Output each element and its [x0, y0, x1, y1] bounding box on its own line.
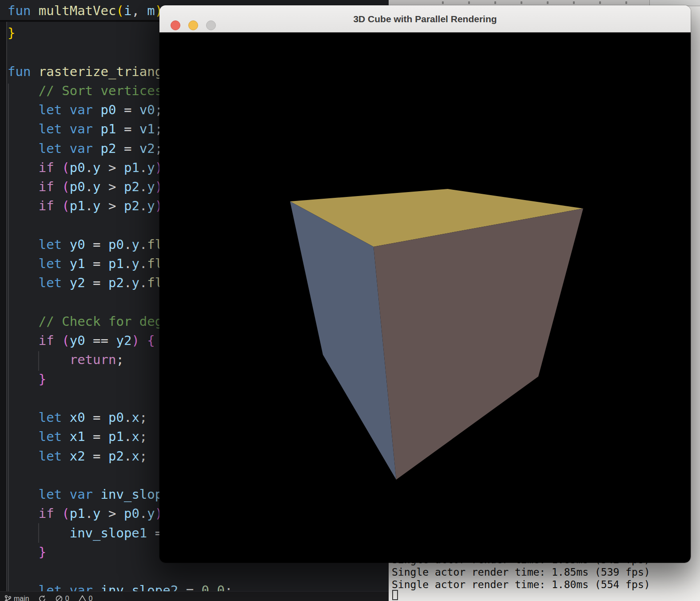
- code-token: y: [131, 256, 139, 271]
- code-token: [8, 429, 39, 444]
- code-token: =: [124, 121, 131, 136]
- window-title: 3D Cube with Parallel Rendering: [159, 5, 691, 32]
- code-token: inv_slope1: [70, 525, 147, 541]
- code-token: [93, 121, 100, 136]
- code-token: p1: [70, 198, 85, 213]
- warnings-icon: [78, 595, 87, 601]
- code-token: v1: [139, 121, 155, 136]
- close-button[interactable]: [171, 20, 180, 30]
- code-token: [116, 160, 124, 175]
- code-line[interactable]: [0, 562, 391, 581]
- code-token: y2: [70, 275, 85, 290]
- code-token: y: [147, 198, 155, 213]
- code-token: var: [70, 102, 93, 117]
- code-token: [116, 198, 124, 213]
- code-token: m: [147, 3, 155, 18]
- code-token: [8, 275, 39, 290]
- code-token: p1: [70, 506, 85, 521]
- code-token: x1: [70, 429, 85, 444]
- code-token: =: [93, 410, 100, 425]
- code-token: [62, 141, 69, 156]
- cube-render-window[interactable]: 3D Cube with Parallel Rendering: [159, 5, 691, 563]
- code-token: p1: [101, 121, 116, 136]
- code-token: [85, 275, 93, 290]
- toolbar-mark: [468, 1, 470, 4]
- code-token: [116, 179, 124, 194]
- code-token: [8, 449, 39, 464]
- code-token: p0: [108, 410, 124, 425]
- code-token: if: [39, 160, 54, 175]
- code-token: [8, 83, 39, 98]
- code-token: [8, 160, 39, 175]
- code-token: [85, 429, 93, 444]
- code-token: [62, 121, 69, 136]
- code-token: =: [93, 429, 100, 444]
- code-token: [101, 179, 108, 194]
- code-token: [54, 179, 62, 194]
- code-token: (: [62, 160, 69, 175]
- code-token: [8, 314, 39, 329]
- code-token: [8, 506, 39, 521]
- code-token: [62, 275, 69, 290]
- code-token: [8, 237, 39, 252]
- code-token: v2: [139, 141, 155, 156]
- zoom-button[interactable]: [206, 20, 216, 30]
- code-token: y: [93, 198, 100, 213]
- code-token: [31, 3, 38, 18]
- code-token: x: [131, 410, 139, 425]
- code-token: .: [124, 275, 131, 290]
- code-token: // Sort vertices: [39, 83, 163, 98]
- code-token: =: [93, 275, 100, 290]
- minimize-button[interactable]: [188, 20, 198, 30]
- status-bar-item-sync[interactable]: [38, 593, 46, 601]
- code-token: [101, 506, 108, 521]
- code-token: if: [39, 179, 54, 194]
- code-token: multMatVec: [39, 3, 116, 18]
- code-token: [8, 372, 39, 387]
- code-token: i: [124, 3, 131, 18]
- code-token: .: [124, 449, 131, 464]
- code-token: [139, 3, 147, 18]
- code-token: var: [70, 487, 93, 502]
- code-token: [8, 256, 39, 271]
- code-token: if: [39, 198, 54, 213]
- code-token: [8, 179, 39, 194]
- status-bar-item-warnings[interactable]: 0: [78, 593, 93, 601]
- code-token: [8, 410, 39, 425]
- code-token: y: [147, 506, 155, 521]
- code-token: let: [39, 275, 62, 290]
- code-token: [131, 141, 139, 156]
- code-token: ): [131, 333, 139, 348]
- code-token: .: [124, 429, 131, 444]
- code-token: [116, 506, 124, 521]
- code-token: [85, 256, 93, 271]
- code-token: p0: [124, 506, 139, 521]
- toolbar-mark: [547, 1, 549, 4]
- status-bar-item-errors[interactable]: 0: [55, 593, 69, 601]
- code-token: [62, 256, 69, 271]
- code-token: [54, 333, 62, 348]
- code-token: v0: [139, 102, 155, 117]
- code-token: return: [70, 352, 116, 367]
- code-token: [101, 275, 108, 290]
- code-token: y0: [70, 237, 85, 252]
- code-token: y: [147, 179, 155, 194]
- front-face: [374, 208, 583, 480]
- status-bar-item-git-branch[interactable]: main: [4, 593, 29, 601]
- code-token: [101, 160, 108, 175]
- code-token: .: [139, 198, 147, 213]
- window-titlebar[interactable]: 3D Cube with Parallel Rendering: [159, 5, 691, 32]
- code-token: let: [39, 410, 62, 425]
- cube-3d-render: [159, 32, 691, 563]
- code-token: y2: [116, 333, 131, 348]
- status-bar-label: 0: [65, 595, 69, 601]
- code-token: }: [39, 545, 46, 560]
- code-token: >: [108, 506, 116, 521]
- code-token: [108, 333, 116, 348]
- status-bar: main00: [0, 591, 391, 601]
- code-token: >: [108, 179, 116, 194]
- code-token: [8, 141, 39, 156]
- code-token: x: [131, 429, 139, 444]
- toolbar-right-segment: [650, 0, 700, 5]
- code-token: [116, 121, 123, 136]
